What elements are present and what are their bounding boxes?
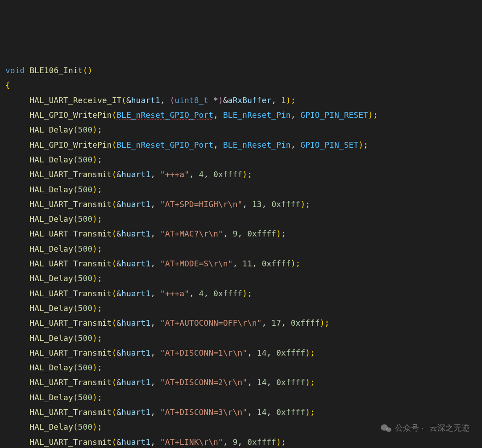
brace-open: { xyxy=(5,80,10,90)
fn-call: HAL_GPIO_WritePin xyxy=(29,140,112,149)
fn-call: HAL_GPIO_WritePin xyxy=(29,110,112,120)
undefined-symbol: BLE_nReset_GPIO_Port xyxy=(116,110,213,120)
code-editor[interactable]: void BLE106_Init() { HAL_UART_Receive_IT… xyxy=(5,63,477,448)
paren: () xyxy=(83,66,92,75)
function-name: BLE106_Init xyxy=(29,66,83,75)
keyword-void: void xyxy=(5,66,25,75)
fn-call: HAL_Delay xyxy=(29,125,73,134)
fn-call: HAL_UART_Receive_IT xyxy=(29,95,121,105)
